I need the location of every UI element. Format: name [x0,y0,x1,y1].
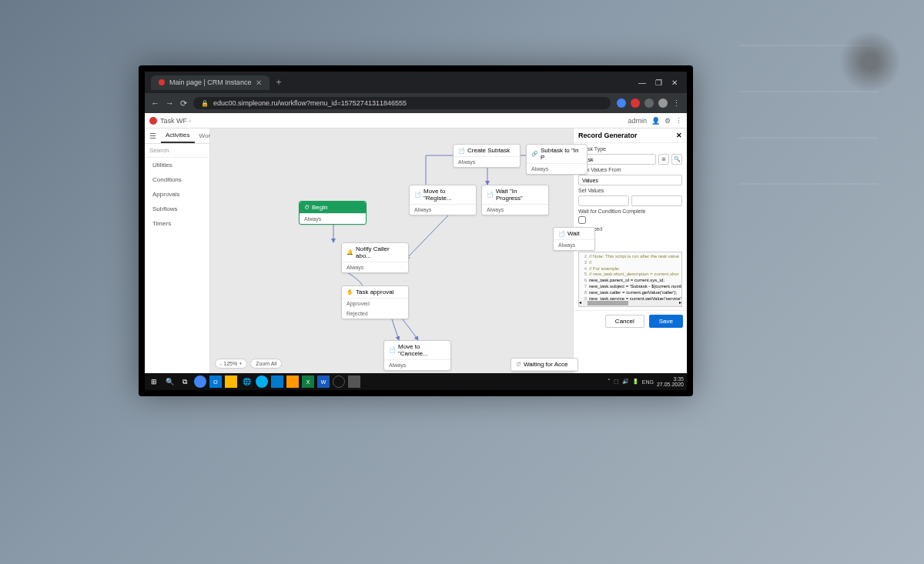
tab-close-icon[interactable]: ✕ [256,78,262,87]
node-title: Begin [312,204,327,211]
save-button[interactable]: Save [649,315,683,328]
taskbar-app[interactable] [194,375,206,388]
extension-icon[interactable] [658,98,668,108]
document-icon: 📄 [414,192,421,198]
browser-tab[interactable]: Main page | CRM Instance ✕ [151,75,270,90]
node-create-subtask[interactable]: 📄Create Subtask Always [453,144,521,168]
values-from-select[interactable] [578,175,682,185]
node-task-approval[interactable]: ✋Task approval Approved Rejected [341,285,409,319]
shield-icon[interactable] [644,98,654,108]
set-values-field-select[interactable] [578,195,629,206]
app-header: Task WF › admin 👤 ⚙ ⋮ [145,113,687,128]
sidebar-item-subflows[interactable]: Subflows [145,202,209,216]
kebab-menu-icon[interactable]: ⋮ [675,117,682,125]
node-notify-caller[interactable]: 🔔Notify Caller abo... Always [341,242,409,273]
start-button[interactable]: ⊞ [148,375,160,388]
language-indicator[interactable]: ENG [642,379,654,385]
node-title: Task approval [356,289,393,295]
workflow-canvas[interactable]: ⏱Begin Always 🔔Notify Caller abo... Alwa… [210,128,573,373]
search-icon[interactable]: 🔍 [671,154,682,165]
node-title: Move to "Cancele... [398,343,446,357]
taskbar-app[interactable] [348,375,360,388]
node-title: Notify Caller abo... [356,245,403,259]
task-view-icon[interactable]: ⧉ [179,375,191,388]
task-type-label: * Task Type [578,146,682,152]
close-icon[interactable]: ✕ [676,132,682,139]
tab-title: Main page | CRM Instance [169,78,251,86]
node-output: Always [410,205,476,215]
node-title: Wait "In Progress" [496,188,544,202]
link-icon: 🔗 [531,151,538,157]
wait-condition-checkbox[interactable] [578,216,586,224]
taskbar-app-skype[interactable] [256,375,268,388]
browser-tab-strip: Main page | CRM Instance ✕ + — ❐ ✕ [145,72,687,93]
node-output: Approved [342,299,408,309]
node-title: Create Subtask [467,147,510,154]
zoom-out-button[interactable]: - 125% + [215,359,247,369]
set-values-value-input[interactable] [631,195,682,206]
node-title: Subtask to "In P [541,147,582,161]
user-label[interactable]: admin [628,117,647,125]
sidebar-item-approvals[interactable]: Approvals [145,187,209,202]
address-bar[interactable]: 🔒 educ00.simpleone.ru/workflow?menu_id=1… [193,97,611,109]
new-tab-button[interactable]: + [270,77,287,88]
back-button[interactable]: ← [151,98,159,108]
node-waiting-accept[interactable]: ⏱Waiting for Acce [511,358,578,372]
taskbar-app-outlook[interactable]: O [209,375,222,388]
clock[interactable]: 3:35 27.05.2020 [657,376,684,387]
sidebar-search[interactable]: Search [145,144,209,158]
sidebar-item-utilities[interactable]: Utilities [145,158,209,172]
app-body: ☰ Activities Workflows Search Utilities … [145,128,687,373]
tray-volume-icon[interactable]: 🔊 [622,379,629,385]
taskbar-app-vscode[interactable] [271,375,283,388]
horizontal-scrollbar[interactable]: ◂▸ [579,300,681,306]
window-maximize-icon[interactable]: ❐ [655,78,662,87]
node-output: Rejected [342,309,408,319]
hamburger-icon[interactable]: ☰ [145,132,161,140]
clock-date: 27.05.2020 [657,382,684,387]
zoom-all-button[interactable]: Zoom All [250,359,282,369]
node-move-canceled[interactable]: 📄Move to "Cancele... Always [383,340,451,371]
extension-icon[interactable] [617,98,626,108]
search-placeholder: Search [149,147,169,154]
extension-icon[interactable] [631,98,640,108]
tray-network-icon[interactable]: ⬚ [614,379,619,385]
script-editor[interactable]: 2// Note: This script is run after the t… [578,252,682,307]
node-begin[interactable]: ⏱Begin Always [299,201,367,225]
node-move-registered[interactable]: 📄Move to "Registe... Always [409,185,477,215]
reload-button[interactable]: ⟳ [180,98,187,108]
forward-button[interactable]: → [166,98,174,108]
breadcrumb[interactable]: Task WF [160,117,187,125]
browser-menu-icon[interactable]: ⋮ [672,98,681,108]
node-wait-in-progress[interactable]: 📄Wait "In Progress" Always [481,185,549,215]
node-subtask-in-progress[interactable]: 🔗Subtask to "In P Always [526,144,588,175]
zoom-controls: - 125% + Zoom All [215,359,282,369]
node-wait[interactable]: 📄Wait Always [553,227,595,251]
taskbar-app-explorer[interactable] [225,375,237,388]
user-avatar-icon[interactable]: 👤 [651,117,660,125]
tray-chevron-icon[interactable]: ˄ [608,379,611,385]
search-icon[interactable]: 🔍 [163,375,176,388]
tab-activities[interactable]: Activities [161,128,195,143]
values-from-label: Task Values From [578,167,682,172]
clear-icon[interactable]: ⊗ [658,154,669,165]
window-minimize-icon[interactable]: — [638,78,646,87]
node-output: Always [554,240,594,250]
taskbar-app-chrome[interactable]: 🌐 [240,375,253,388]
taskbar-app-excel[interactable]: X [302,375,314,388]
node-title: Wait [567,230,580,237]
panel-title: Record Generator [578,132,638,139]
window-close-icon[interactable]: ✕ [671,78,678,87]
taskbar-app-sublime[interactable] [286,375,299,388]
set-values-label: Set Values [578,188,682,193]
task-type-input[interactable] [578,154,656,165]
settings-icon[interactable]: ⚙ [665,117,671,125]
sidebar: ☰ Activities Workflows Search Utilities … [145,128,210,373]
taskbar-app[interactable] [333,375,345,388]
sidebar-item-conditions[interactable]: Conditions [145,172,209,187]
tray-battery-icon[interactable]: 🔋 [632,379,639,385]
taskbar-app-word[interactable]: W [317,375,330,388]
wait-condition-label: Wait for Condition Complete [578,209,682,214]
cancel-button[interactable]: Cancel [605,315,644,328]
sidebar-item-timers[interactable]: Timers [145,216,209,231]
